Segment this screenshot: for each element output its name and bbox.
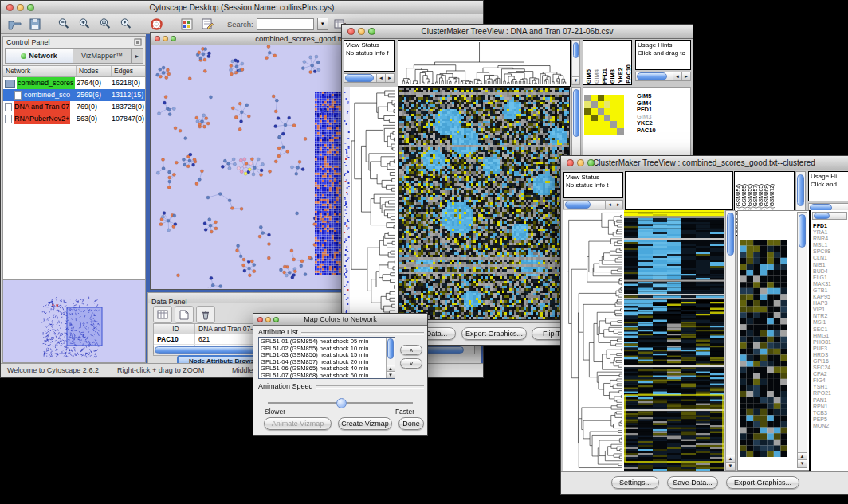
minimize-button[interactable] — [577, 159, 584, 166]
attribute-list-item[interactable]: GPL51-01 (GSM854) heat shock 05 min — [261, 338, 393, 346]
tv2-column-dendrogram-pane[interactable] — [625, 171, 733, 210]
attribute-list-item[interactable]: GPL51-03 (GSM856) heat shock 15 min — [261, 352, 393, 359]
search-input[interactable] — [257, 18, 314, 30]
tab-overflow-arrow[interactable]: ► — [132, 49, 143, 63]
col-header-network[interactable]: Network — [3, 66, 77, 76]
search-dropdown-button[interactable]: ▼ — [317, 18, 328, 30]
annotation-icon[interactable] — [198, 16, 216, 32]
tv2-gene-label[interactable]: MSL1 — [813, 242, 831, 248]
save-session-icon[interactable] — [26, 16, 44, 32]
network-table-row[interactable]: combined_sco2569(6)13112(15) — [3, 89, 145, 101]
attribute-list-item[interactable]: GPL51-07 (GSM868) heat shock 60 min — [261, 373, 393, 380]
tv2-gene-label[interactable]: VIP1 — [813, 307, 831, 313]
tv1-global-pixel-strip[interactable] — [344, 87, 350, 318]
zoom-window-button[interactable] — [27, 4, 34, 11]
tv1-column-dendrogram[interactable] — [398, 40, 571, 87]
tv2-gene-label[interactable]: RNR4 — [813, 236, 831, 242]
tv1-column-label[interactable]: YKE2 — [617, 68, 624, 84]
tv2-gene-label[interactable]: SEC24 — [813, 365, 831, 371]
scroll-thumb[interactable] — [387, 338, 394, 359]
close-button[interactable] — [155, 36, 160, 41]
zoom-in-icon[interactable] — [76, 16, 93, 32]
tv2-gene-label[interactable]: BUD4 — [813, 268, 831, 275]
tv1-hints-hscroll[interactable]: ◄ ► — [635, 72, 691, 81]
attribute-list-item[interactable]: GPL51-02 (GSM855) heat shock 10 min — [261, 346, 393, 353]
tv2-gene-hscroll[interactable] — [812, 212, 847, 220]
zoom-fit-icon[interactable] — [96, 16, 114, 32]
attr-col-id[interactable]: ID — [154, 324, 195, 334]
tv1-heatmap[interactable] — [398, 87, 570, 320]
scroll-thumb[interactable] — [573, 42, 579, 58]
tv2-gene-label[interactable]: ELG1 — [813, 275, 831, 281]
tv2-gene-label[interactable]: FIG4 — [813, 377, 831, 384]
tv1-titlebar[interactable]: ClusterMaker TreeView : DNA and Tran 07-… — [342, 25, 693, 39]
tv2-gene-label[interactable]: HAP3 — [813, 300, 831, 307]
slider-thumb[interactable] — [336, 398, 347, 408]
animate-vizmap-button[interactable]: Animate Vizmap — [264, 417, 332, 430]
col-header-nodes[interactable]: Nodes — [77, 66, 112, 76]
scroll-right-arrow[interactable]: ► — [614, 201, 622, 209]
scroll-thumb[interactable] — [565, 201, 591, 209]
move-down-button[interactable]: ∨ — [400, 358, 422, 369]
tv2-gene-label[interactable]: TCB3 — [813, 410, 831, 416]
tv2-gene-label[interactable]: CLN1 — [813, 255, 831, 261]
network-table-row[interactable]: combined_scores2764(0)16218(0) — [3, 77, 145, 89]
network-overview-canvas[interactable] — [3, 280, 145, 361]
tv2-gene-label[interactable]: MAK31 — [813, 281, 831, 287]
network-table-row[interactable]: DNA and Tran 07769(0)183728(0) — [3, 101, 145, 113]
tv2-button-save-data-[interactable]: Save Data... — [667, 476, 718, 489]
scroll-thumb[interactable] — [814, 213, 830, 219]
tv2-gene-label[interactable]: GPI16 — [813, 358, 831, 365]
tv2-titlebar[interactable]: ClusterMaker TreeView : combined_scores_… — [561, 156, 848, 170]
tv2-status-hscroll[interactable]: ◄ ► — [563, 200, 623, 209]
scroll-left-arrow[interactable]: ◄ — [673, 72, 681, 80]
delete-attribute-icon[interactable] — [196, 306, 215, 323]
done-button[interactable]: Done — [398, 417, 424, 430]
close-button[interactable] — [567, 159, 574, 166]
scroll-thumb[interactable] — [573, 89, 579, 137]
animation-speed-slider[interactable] — [268, 398, 413, 408]
tv2-gene-label[interactable]: RPO21 — [813, 390, 831, 397]
tv1-column-label[interactable]: GIM4 — [593, 69, 600, 84]
tv2-heatmap-vscroll[interactable]: ▲ ▼ — [725, 210, 736, 471]
close-button[interactable] — [347, 28, 355, 35]
scroll-thumb[interactable] — [727, 213, 734, 256]
close-button[interactable] — [257, 317, 263, 322]
tab-vizmapper[interactable]: VizMapper™ — [73, 49, 132, 63]
tv2-gene-label[interactable]: HRD3 — [813, 352, 831, 358]
listbox-vscroll[interactable]: ▲ ▼ — [386, 338, 395, 378]
attribute-list-item[interactable]: GPL51-06 (GSM865) heat shock 40 min — [261, 365, 393, 373]
tv2-heatmap[interactable] — [624, 210, 724, 471]
tv2-gene-label[interactable]: NTR2 — [813, 313, 831, 319]
create-vizmap-button[interactable]: Create Vizmap — [338, 417, 392, 430]
attribute-list-item[interactable]: GPL51-04 (GSM857) heat shock 20 min — [261, 359, 393, 366]
scroll-thumb[interactable] — [637, 72, 667, 80]
network-table-row[interactable]: RNAPuberNov2+563(0)107847(0) — [3, 113, 145, 125]
tv2-gene-label[interactable]: CPA2 — [813, 371, 831, 377]
tv2-gene-label[interactable]: YRA1 — [813, 229, 831, 236]
tv2-gene-label[interactable]: SPC98 — [813, 248, 831, 255]
tv2-gene-label[interactable]: GTB1 — [813, 287, 831, 294]
tv2-button-settings-[interactable]: Settings... — [611, 476, 659, 489]
zoom-window-button[interactable] — [368, 28, 375, 35]
tv1-column-label[interactable]: GIM3 — [609, 69, 616, 84]
minimize-button[interactable] — [17, 4, 24, 11]
col-header-edges[interactable]: Edges — [112, 66, 145, 76]
scroll-down-arrow[interactable]: ▼ — [387, 371, 395, 378]
scroll-left-arrow[interactable]: ◄ — [605, 201, 614, 209]
zoom-out-icon[interactable] — [55, 16, 73, 32]
tv2-gene-label[interactable]: SEC1 — [813, 326, 831, 333]
dialog-titlebar[interactable]: Map Colors to Network — [253, 314, 427, 326]
help-lifebuoy-icon[interactable] — [147, 16, 165, 32]
tv2-gene-label[interactable]: KAP95 — [813, 294, 831, 300]
scroll-left-arrow[interactable]: ◄ — [376, 74, 385, 82]
tv2-gene-label[interactable]: PUF3 — [813, 346, 831, 352]
tv1-similarity-matrix[interactable] — [584, 95, 624, 135]
zoom-window-button[interactable] — [587, 159, 595, 166]
scroll-thumb[interactable] — [345, 74, 374, 82]
tv1-button-export-graphics-[interactable]: Export Graphics... — [461, 327, 527, 340]
tv2-detail-heatmap[interactable] — [740, 240, 787, 457]
main-titlebar[interactable]: Cytoscape Desktop (Session Name: collins… — [1, 1, 483, 14]
tv2-gene-label[interactable]: MON2 — [813, 423, 831, 429]
tv1-row-dendrogram[interactable] — [350, 87, 398, 318]
